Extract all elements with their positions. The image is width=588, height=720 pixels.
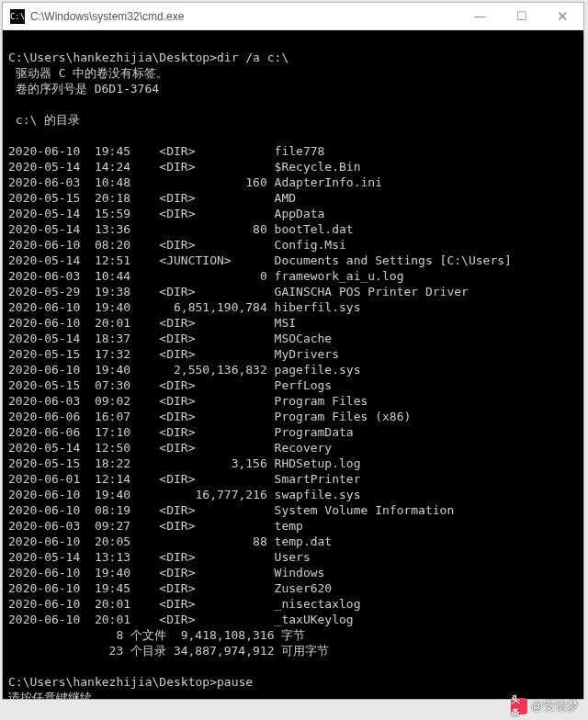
maximize-button[interactable]: ☐ (501, 3, 542, 29)
terminal-output[interactable]: C:\Users\hankezhijia\Desktop>dir /a c:\ … (3, 30, 583, 699)
cmd-window: C:\ C:\Windows\system32\cmd.exe — ☐ ✕ C:… (2, 2, 584, 700)
watermark-text: @安德梦 (531, 698, 579, 714)
watermark: 头条 @安德梦 (511, 698, 579, 714)
cmd-icon: C:\ (10, 9, 25, 24)
minimize-button[interactable]: — (459, 3, 501, 29)
close-button[interactable]: ✕ (542, 3, 583, 29)
titlebar[interactable]: C:\ C:\Windows\system32\cmd.exe — ☐ ✕ (3, 3, 583, 30)
window-controls: — ☐ ✕ (459, 3, 583, 29)
window-title: C:\Windows\system32\cmd.exe (30, 10, 459, 23)
watermark-icon: 头条 (511, 698, 527, 714)
